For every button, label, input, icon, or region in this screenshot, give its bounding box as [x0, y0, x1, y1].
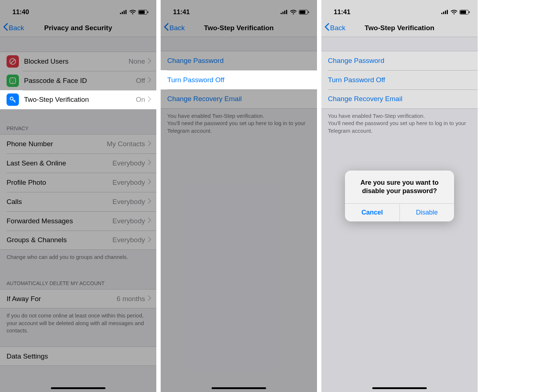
svg-point-11: [13, 80, 14, 80]
cell-label: If Away For: [7, 295, 117, 303]
group-header-privacy: PRIVACY: [0, 123, 156, 134]
group-header-autodelete: AUTOMATICALLY DELETE MY ACCOUNT: [0, 277, 156, 289]
chevron-right-icon: [148, 179, 151, 186]
last-seen-row[interactable]: Last Seen & Online Everybody: [0, 153, 156, 173]
status-time: 11:40: [12, 8, 29, 16]
turn-password-off-row[interactable]: Turn Password Off: [161, 70, 317, 89]
battery-icon: [459, 10, 470, 15]
cell-value: On: [136, 96, 145, 104]
svg-rect-6: [148, 11, 148, 13]
cellular-signal-icon: [441, 10, 449, 14]
change-recovery-email-row[interactable]: Change Recovery Email: [321, 89, 478, 109]
svg-rect-13: [281, 13, 282, 14]
svg-rect-15: [284, 11, 285, 14]
chevron-right-icon: [148, 295, 151, 302]
passcode-faceid-row[interactable]: Passcode & Face ID Off: [0, 71, 156, 90]
cell-value: 6 months: [117, 295, 145, 303]
key-icon: [7, 93, 19, 106]
status-bar: 11:40: [0, 0, 156, 19]
cell-label: Change Recovery Email: [167, 95, 312, 103]
faceid-icon: [7, 75, 19, 87]
chevron-left-icon: [324, 23, 329, 33]
svg-rect-0: [120, 13, 121, 14]
change-password-row[interactable]: Change Password: [321, 51, 478, 70]
data-settings-row[interactable]: Data Settings: [0, 347, 156, 366]
cell-value: My Contacts: [107, 140, 145, 148]
back-label: Back: [330, 24, 345, 32]
svg-rect-9: [10, 78, 16, 84]
back-button[interactable]: Back: [3, 23, 24, 33]
two-step-verification-row[interactable]: Two-Step Verification On: [0, 90, 156, 109]
chevron-left-icon: [3, 23, 8, 33]
chevron-right-icon: [148, 96, 151, 103]
svg-rect-2: [124, 11, 125, 14]
nav-bar: Back Two-Step Verification: [161, 19, 317, 37]
svg-line-8: [11, 60, 15, 63]
change-password-row[interactable]: Change Password: [161, 51, 317, 70]
cell-value: Everybody: [112, 159, 145, 167]
svg-rect-18: [300, 11, 305, 14]
cell-label: Turn Password Off: [328, 76, 473, 84]
chevron-right-icon: [148, 160, 151, 167]
svg-rect-1: [122, 12, 123, 14]
svg-rect-21: [443, 12, 444, 14]
cell-label: Calls: [7, 198, 112, 206]
blocked-users-row[interactable]: Blocked Users None: [0, 52, 156, 71]
cell-label: Groups & Channels: [7, 236, 112, 244]
profile-photo-row[interactable]: Profile Photo Everybody: [0, 173, 156, 192]
disable-button[interactable]: Disable: [400, 204, 454, 221]
wifi-icon: [290, 10, 297, 15]
calls-row[interactable]: Calls Everybody: [0, 192, 156, 211]
back-button[interactable]: Back: [164, 23, 185, 33]
status-bar: 11:41: [161, 0, 317, 19]
block-icon: [7, 55, 19, 68]
svg-rect-19: [308, 11, 309, 13]
cell-label: Change Password: [328, 57, 473, 65]
svg-rect-3: [125, 10, 127, 14]
svg-rect-26: [469, 11, 470, 13]
home-indicator[interactable]: [51, 387, 105, 389]
groups-channels-row[interactable]: Groups & Channels Everybody: [0, 231, 156, 250]
if-away-for-row[interactable]: If Away For 6 months: [0, 289, 156, 308]
cell-value: Everybody: [112, 198, 145, 206]
battery-icon: [138, 10, 148, 15]
status-time: 11:41: [173, 8, 190, 16]
battery-icon: [299, 10, 309, 15]
cellular-signal-icon: [281, 10, 288, 14]
change-recovery-email-row[interactable]: Change Recovery Email: [161, 89, 317, 109]
chevron-right-icon: [148, 217, 151, 224]
home-indicator[interactable]: [372, 387, 427, 389]
cell-label: Turn Password Off: [167, 76, 312, 84]
nav-bar: Back Two-Step Verification: [321, 19, 478, 37]
svg-rect-23: [447, 10, 448, 14]
chevron-right-icon: [148, 198, 151, 205]
cell-label: Blocked Users: [24, 57, 129, 65]
group-footer: You have enabled Two-Step verification. …: [161, 109, 317, 138]
back-button[interactable]: Back: [324, 23, 345, 33]
cell-label: Data Settings: [7, 352, 151, 360]
group-footer: If you do not come online at least once …: [0, 308, 156, 338]
cell-label: Last Seen & Online: [7, 159, 112, 167]
cell-label: Change Recovery Email: [328, 95, 473, 103]
turn-password-off-row[interactable]: Turn Password Off: [321, 70, 478, 89]
status-time: 11:41: [334, 8, 350, 16]
cancel-button[interactable]: Cancel: [345, 204, 400, 221]
chevron-right-icon: [148, 58, 151, 65]
cell-value: Everybody: [112, 236, 145, 244]
home-indicator[interactable]: [212, 387, 266, 389]
nav-bar: Back Privacy and Security: [0, 19, 156, 37]
back-label: Back: [9, 24, 24, 32]
cell-label: Phone Number: [7, 140, 107, 148]
wifi-icon: [451, 10, 457, 15]
svg-rect-16: [286, 10, 287, 14]
status-bar: 11:41: [321, 0, 478, 19]
cell-value: Everybody: [112, 217, 145, 225]
cell-label: Profile Photo: [7, 179, 112, 187]
chevron-right-icon: [148, 141, 151, 148]
chevron-right-icon: [148, 77, 151, 84]
forwarded-messages-row[interactable]: Forwarded Messages Everybody: [0, 211, 156, 231]
svg-point-10: [11, 80, 12, 80]
cell-label: Two-Step Verification: [24, 96, 136, 104]
svg-rect-20: [441, 13, 442, 14]
phone-number-row[interactable]: Phone Number My Contacts: [0, 134, 156, 153]
